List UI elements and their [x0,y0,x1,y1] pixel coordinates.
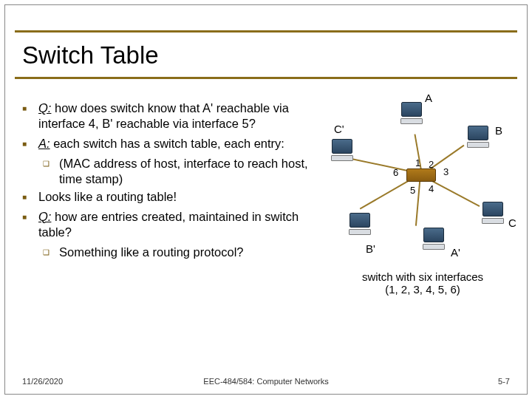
pc-a [399,102,424,127]
pc-c [480,202,505,227]
sub-bullet-marker: ❑ [43,245,59,260]
q-underline: Q: [38,101,51,115]
bullet-2: ■ A: each switch has a switch table, eac… [22,136,318,151]
network-diagram: A B C A' B' C' 1 2 3 4 5 6 switch with s… [325,87,519,301]
pc-cp [330,139,355,164]
b2-rest: each switch has a switch table, each ent… [50,137,284,150]
footer-mid: EEC-484/584: Computer Networks [22,377,510,386]
link-4 [415,174,421,226]
slide-title: Switch Table [22,41,159,69]
label-cp: C' [334,123,344,135]
port-6: 6 [393,167,398,178]
bullet-marker: ■ [22,136,38,151]
port-5: 5 [410,185,415,196]
bullet-marker: ■ [22,189,38,205]
bullet-1: ■ Q: how does switch know that A' reacha… [22,100,318,132]
sub-bullet-text: (MAC address of host, interface to reach… [59,156,318,187]
pc-ap [421,228,446,253]
caption-line-1: switch with six interfaces [334,270,511,283]
bullet-marker: ■ [22,100,38,132]
diagram-caption: switch with six interfaces (1, 2, 3, 4, … [334,270,511,296]
bullet-2a: ❑ (MAC address of host, interface to rea… [43,156,318,187]
b1-rest: how does switch know that A' reachable v… [38,101,289,130]
label-bp: B' [366,242,375,255]
port-3: 3 [443,166,449,177]
label-b: B [495,124,502,137]
bullet-text: Q: how does switch know that A' reachabl… [38,100,318,132]
footer: 11/26/2020 EEC-484/584: Computer Network… [22,377,510,386]
bullet-4: ■ Q: how are entries created, maintained… [22,209,318,240]
sub-bullet-marker: ❑ [43,156,59,187]
b4-rest: how are entries created, maintained in s… [38,210,299,239]
bullet-text: Q: how are entries created, maintained i… [38,209,318,240]
port-2: 2 [429,159,434,170]
label-c: C [508,216,516,229]
rule-bottom [15,77,517,79]
bullet-text: Looks like a routing table! [38,189,318,205]
a-underline: A: [38,137,50,150]
bullet-4a: ❑ Something like a routing protocol? [43,245,318,260]
bullet-3: ■ Looks like a routing table! [22,189,318,205]
bullet-marker: ■ [22,209,38,240]
pc-b [466,126,491,151]
port-4: 4 [429,183,434,194]
sub-bullet-text: Something like a routing protocol? [59,245,318,260]
q-underline: Q: [38,210,51,223]
rule-top [15,30,517,33]
label-a: A [425,92,432,104]
bullet-text: A: each switch has a switch table, each … [38,136,318,151]
body-text: ■ Q: how does switch know that A' reacha… [22,100,318,262]
caption-line-2: (1, 2, 3, 4, 5, 6) [334,283,511,296]
label-ap: A' [451,246,460,259]
switch-icon [406,168,436,182]
port-1: 1 [415,157,420,168]
pc-bp [347,213,372,238]
